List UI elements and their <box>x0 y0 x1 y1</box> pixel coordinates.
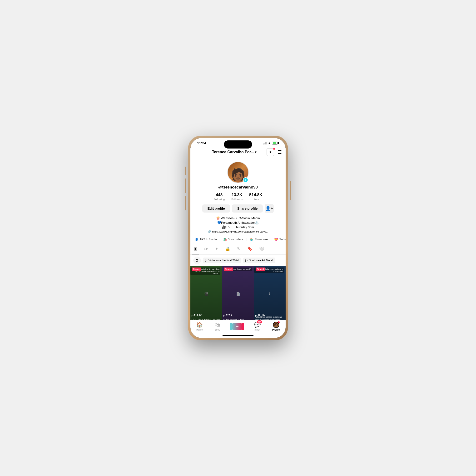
tab-sparkle[interactable]: ✦ <box>214 244 220 255</box>
video-grid: 🎬 everyone in the UK out when bins are g… <box>190 266 286 320</box>
playlist-mural-label: Southsea Art Mural <box>249 259 273 262</box>
tab-shop[interactable]: 🛍 <box>203 244 210 255</box>
tab-videos[interactable]: ⊞ <box>192 244 199 255</box>
action-buttons: Edit profile Share profile 👤+ <box>202 204 274 213</box>
video-title-3: 'Would-be pirates' in sinking boat rescu… <box>255 316 284 320</box>
tab-private[interactable]: 🔒 <box>224 244 232 255</box>
phone-screen: 11:24 ▲ ⚡ <box>190 138 286 338</box>
divider-3: | <box>270 237 272 242</box>
stats-row: 448 Following 13.3K Followers 514.8K Lik… <box>214 192 262 201</box>
plus-icon: + <box>235 323 239 330</box>
likes-label: Likes <box>253 198 259 201</box>
chevron-down-icon: ▾ <box>255 151 256 154</box>
tab-repost[interactable]: ↻ <box>236 244 242 255</box>
volume-down-button <box>185 196 186 210</box>
link-icon: 🔗 <box>208 230 211 233</box>
battery-icon: ⚡ <box>272 142 279 144</box>
profile-dot <box>278 321 280 323</box>
nav-inbox[interactable]: 💬 99+ Inbox <box>254 322 261 331</box>
bio-link[interactable]: 🔗 https://www.justgiving.com/page/terenc… <box>197 230 279 233</box>
bottom-nav: 🏠 Home 🛍 Shop + 💬 99+ <box>190 320 286 335</box>
status-icons: ▲ ⚡ <box>263 141 279 145</box>
following-count: 448 <box>216 192 222 197</box>
profile-name[interactable]: Terence Carvalho Por... ▾ <box>212 150 256 154</box>
tiktok-studio-label: TikTok Studio <box>200 238 217 241</box>
video-top-text-2: where there's a page 3? <box>230 268 252 271</box>
bookmark-button[interactable]: ★ <box>267 148 274 156</box>
video-title-1: Q&A - Video Replies - let's go! <box>192 319 221 320</box>
dynamic-island <box>224 140 252 149</box>
tiktok-studio-icon: 👤 <box>195 238 199 241</box>
tiktok-studio-link[interactable]: 👤 TikTok Studio <box>192 237 219 242</box>
hamburger-icon: ☰ <box>277 150 282 155</box>
home-indicator <box>222 335 254 336</box>
add-to-story-button[interactable]: + <box>243 177 248 183</box>
following-label: Following <box>214 198 225 201</box>
profile-section: 🧑🏾 + @terencecarvalho90 448 Following 13… <box>190 158 286 235</box>
inbox-label: Inbox <box>255 328 260 331</box>
likes-count: 514.8K <box>249 192 262 197</box>
tab-bookmarks[interactable]: 🔖 <box>246 244 254 255</box>
video-thumb-2[interactable]: 📄 where there's a page 3? Pinned ▷ 317.9… <box>222 266 254 320</box>
sparkle-icon: ✦ <box>215 246 219 252</box>
tab-liked[interactable]: 🤍 <box>258 244 266 255</box>
playlist-row: ⚙ ▷ Victorious Festival 2024 ▷ Southsea … <box>190 255 286 266</box>
bio-line-3: 🎥LIVE: Thursday 3pm <box>197 225 279 229</box>
heart-icon: 🤍 <box>259 246 264 252</box>
video-thumb-3[interactable]: 🎙 Daily conversations in Portsmouth Pinn… <box>254 266 286 320</box>
power-button <box>290 181 291 200</box>
stat-following[interactable]: 448 Following <box>214 192 225 201</box>
play-icon: ▷ <box>205 259 207 262</box>
videos-icon: ⊞ <box>194 246 197 252</box>
subscribe-icon: 💝 <box>274 238 278 241</box>
your-orders-label: Your orders <box>228 238 243 241</box>
your-orders-link[interactable]: 🛍️ Your orders <box>221 237 245 242</box>
nav-shop[interactable]: 🛍 Shop <box>214 322 220 331</box>
repost-icon: ↻ <box>237 246 241 252</box>
stat-followers[interactable]: 13.3K Followers <box>231 192 242 201</box>
showcase-icon: 🏪 <box>249 238 253 241</box>
content-tabs: ⊞ 🛍 ✦ 🔒 ↻ 🔖 <box>190 244 286 255</box>
playlist-chip-festival[interactable]: ▷ Victorious Festival 2024 <box>203 257 241 263</box>
avatar-container: 🧑🏾 + <box>227 162 249 183</box>
nav-home[interactable]: 🏠 Home <box>196 322 203 331</box>
video-overlay-2 <box>222 266 254 320</box>
edit-profile-button[interactable]: Edit profile <box>202 204 230 213</box>
volume-up-button <box>185 178 186 193</box>
scroll-content[interactable]: 🧑🏾 + @terencecarvalho90 448 Following 13… <box>190 158 286 320</box>
bio-section: 🍿 Websites-SEO-Social Media 💙Portsmouth … <box>194 216 282 233</box>
header-actions: ★ ☰ <box>267 148 282 156</box>
quick-nav: 👤 TikTok Studio | 🛍️ Your orders | 🏪 Sho… <box>190 235 286 244</box>
subscribe-link[interactable]: 💝 Subscri... <box>272 237 286 242</box>
add-friend-button[interactable]: 👤+ <box>265 204 274 213</box>
play-icon-2: ▷ <box>245 259 248 262</box>
home-icon: 🏠 <box>196 322 203 328</box>
video-overlay-3 <box>254 266 286 320</box>
share-profile-button[interactable]: Share profile <box>232 204 263 213</box>
playlist-settings-button[interactable]: ⚙ <box>193 256 201 264</box>
menu-button[interactable]: ☰ <box>277 149 282 155</box>
showcase-link[interactable]: 🏪 Showcase <box>247 237 270 242</box>
nav-create[interactable]: + <box>232 323 242 330</box>
settings-icon: ⚙ <box>195 258 199 263</box>
status-time: 11:24 <box>197 141 206 145</box>
stat-likes[interactable]: 514.8K Likes <box>249 192 262 201</box>
video-views-1: ▷ 714.6K <box>192 314 202 317</box>
bio-line-1: 🍿 Websites-SEO-Social Media <box>197 216 279 220</box>
create-button[interactable]: + <box>232 323 242 330</box>
avatar-mini-icon: 🧑🏾 <box>274 323 278 327</box>
orders-icon: 🛍️ <box>223 238 227 241</box>
followers-label: Followers <box>231 198 242 201</box>
bio-line-2: 💙Portsmouth Ambassador⚓ <box>197 221 279 224</box>
pinned-badge-1: Pinned <box>192 268 201 271</box>
video-thumb-1[interactable]: 🎬 everyone in the UK out when bins are g… <box>190 266 222 320</box>
profile-label: Profile <box>272 328 280 331</box>
playlist-chip-mural[interactable]: ▷ Southsea Art Mural <box>243 257 275 263</box>
nav-profile[interactable]: 🧑🏾 Profile <box>272 322 280 331</box>
mute-button <box>185 167 186 175</box>
subscribe-label: Subscri... <box>279 238 286 241</box>
shop-nav-icon: 🛍 <box>215 322 220 328</box>
phone-frame: 11:24 ▲ ⚡ <box>188 136 288 340</box>
signal-icon <box>263 142 267 144</box>
add-friend-icon: 👤+ <box>265 206 273 211</box>
